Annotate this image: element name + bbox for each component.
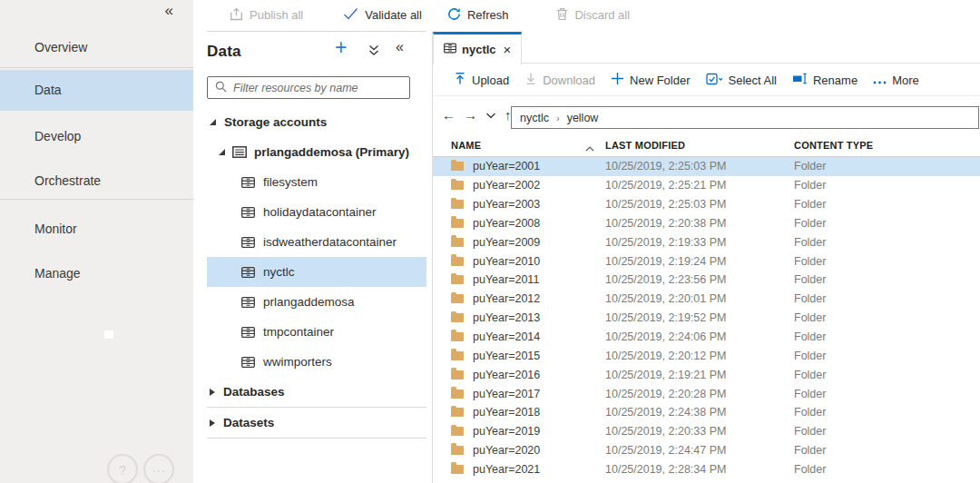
tree-item-filesystem[interactable]: filesystem	[207, 167, 426, 197]
file-name: puYear=2014	[473, 330, 540, 343]
table-row[interactable]: puYear=201410/25/2019, 2:24:06 PMFolder	[433, 328, 980, 347]
double-chevron-down-icon[interactable]	[368, 44, 379, 56]
file-content-type: Folder	[794, 179, 826, 192]
table-row[interactable]: puYear=201010/25/2019, 2:19:24 PMFolder	[433, 251, 980, 271]
breadcrumb-segment[interactable]: yellow	[567, 112, 599, 124]
download-button[interactable]: Download	[524, 72, 595, 88]
tree-item-storage-accounts[interactable]: Storage accounts	[207, 107, 426, 137]
tree-item-prlangaddemosa[interactable]: prlangaddemosa	[207, 287, 426, 317]
table-row[interactable]: puYear=200110/25/2019, 2:25:03 PMFolder	[433, 157, 980, 176]
file-content-type: Folder	[794, 444, 826, 457]
container-icon	[241, 267, 255, 278]
select-all-label: Select All	[729, 74, 777, 87]
sidebar-item-develop[interactable]: Develop	[0, 123, 193, 149]
file-name: puYear=2020	[473, 444, 540, 457]
tab-close-icon[interactable]: ×	[504, 42, 512, 57]
table-row[interactable]: puYear=200810/25/2019, 2:20:38 PMFolder	[433, 214, 980, 233]
container-icon	[241, 327, 255, 338]
collapse-arrow-icon[interactable]	[219, 149, 225, 155]
tree-item-wwimporters[interactable]: wwimporters	[207, 347, 426, 377]
table-row[interactable]: puYear=201610/25/2019, 2:19:21 PMFolder	[433, 365, 980, 384]
storage-account-icon	[232, 146, 247, 158]
file-content-type: Folder	[794, 217, 826, 230]
file-name: puYear=2016	[473, 369, 540, 381]
table-row[interactable]: puYear=201310/25/2019, 2:19:52 PMFolder	[433, 309, 980, 328]
new-folder-button[interactable]: New Folder	[611, 72, 690, 88]
tab-nyctlc[interactable]: nyctlc ×	[433, 32, 522, 64]
file-name: puYear=2001	[473, 160, 540, 172]
tree-item-nyctlc[interactable]: nyctlc	[207, 257, 426, 287]
sidebar-item-manage[interactable]: Manage	[0, 261, 193, 286]
filter-resources-box	[207, 76, 410, 99]
forward-arrow-icon[interactable]: →	[464, 107, 477, 123]
table-row[interactable]: puYear=200210/25/2019, 2:25:21 PMFolder	[433, 176, 980, 195]
discard-all-label: Discard all	[574, 8, 630, 22]
discard-all-button[interactable]: Discard all	[556, 7, 630, 24]
tree-item-tmpcontainer[interactable]: tmpcontainer	[207, 317, 426, 347]
column-header-name[interactable]: NAME	[451, 140, 481, 151]
tree-item-label: prlangaddemosa	[263, 295, 355, 309]
help-icon[interactable]: ?	[107, 454, 138, 483]
file-content-type: Folder	[794, 406, 826, 419]
tree-item-datasets[interactable]: Datasets	[207, 408, 426, 438]
refresh-label: Refresh	[467, 8, 509, 22]
table-row[interactable]: puYear=202110/25/2019, 2:28:34 PMFolder	[433, 460, 980, 479]
tree-item-isdweatherdatacontainer[interactable]: isdweatherdatacontainer	[207, 227, 426, 257]
decorative-dot	[104, 330, 113, 339]
file-list: puYear=200110/25/2019, 2:25:03 PMFolderp…	[433, 157, 980, 483]
add-resource-button[interactable]: +	[335, 38, 347, 56]
select-all-button[interactable]: Select All	[706, 73, 777, 88]
tree-item-holidaydatacontainer[interactable]: holidaydatacontainer	[207, 197, 426, 227]
tree-divider	[207, 438, 426, 439]
expand-arrow-icon[interactable]	[210, 389, 215, 396]
chevron-down-icon[interactable]	[485, 107, 496, 123]
panel-collapse-icon[interactable]: «	[396, 39, 404, 55]
tree-item-label: nyctlc	[263, 265, 295, 279]
breadcrumb-path[interactable]: nyctlc › yellow	[511, 106, 979, 129]
sidebar-item-overview[interactable]: Overview	[0, 34, 193, 60]
folder-icon	[451, 370, 464, 380]
refresh-button[interactable]: Refresh	[447, 7, 509, 24]
table-row[interactable]: puYear=202010/25/2019, 2:24:47 PMFolder	[433, 441, 980, 460]
table-row[interactable]: puYear=200910/25/2019, 2:19:33 PMFolder	[433, 232, 980, 251]
tree-item-databases[interactable]: Databases	[207, 377, 426, 407]
sidebar-collapse-icon[interactable]: «	[165, 2, 173, 20]
more-button[interactable]: More	[873, 74, 919, 87]
validate-all-button[interactable]: Validate all	[343, 7, 422, 23]
table-row[interactable]: puYear=200310/25/2019, 2:25:03 PMFolder	[433, 195, 980, 214]
file-last-modified: 10/25/2019, 2:24:38 PM	[605, 406, 726, 419]
publish-all-button[interactable]: Publish all	[230, 7, 303, 24]
filter-resources-input[interactable]	[233, 82, 409, 94]
collapse-arrow-icon[interactable]	[210, 119, 216, 125]
file-last-modified: 10/25/2019, 2:19:33 PM	[605, 236, 726, 249]
new-folder-label: New Folder	[630, 74, 690, 87]
folder-icon	[451, 446, 464, 455]
file-last-modified: 10/25/2019, 2:20:38 PM	[605, 217, 726, 230]
file-content-type: Folder	[794, 236, 826, 249]
sidebar-item-monitor[interactable]: Monitor	[0, 216, 193, 242]
back-arrow-icon[interactable]: ←	[442, 107, 456, 123]
rename-label: Rename	[813, 74, 858, 87]
upload-button[interactable]: Upload	[454, 72, 509, 88]
rename-button[interactable]: Rename	[792, 73, 858, 87]
folder-icon	[451, 389, 464, 399]
publish-all-label: Publish all	[250, 8, 303, 22]
file-name: puYear=2019	[473, 425, 540, 438]
sidebar-item-data[interactable]: Data	[0, 70, 193, 111]
tree-item-prlangaddemosa-primary[interactable]: prlangaddemosa (Primary)	[207, 137, 426, 167]
column-header-content-type[interactable]: CONTENT TYPE	[794, 140, 873, 151]
table-row[interactable]: puYear=201910/25/2019, 2:20:33 PMFolder	[433, 422, 980, 441]
table-row[interactable]: puYear=201110/25/2019, 2:23:56 PMFolder	[433, 271, 980, 290]
table-header: NAME LAST MODIFIED CONTENT TYPE	[433, 136, 980, 157]
expand-arrow-icon[interactable]	[210, 419, 215, 427]
validate-all-label: Validate all	[365, 8, 422, 22]
sidebar-item-orchestrate[interactable]: Orchestrate	[0, 168, 193, 193]
breadcrumb-segment[interactable]: nyctlc	[520, 112, 549, 124]
table-row[interactable]: puYear=201510/25/2019, 2:20:12 PMFolder	[433, 346, 980, 365]
table-row[interactable]: puYear=201810/25/2019, 2:24:38 PMFolder	[433, 403, 980, 422]
feedback-icon[interactable]: ···	[143, 454, 174, 483]
column-header-last-modified[interactable]: LAST MODIFIED	[605, 140, 685, 151]
tab-label: nyctlc	[462, 43, 496, 56]
table-row[interactable]: puYear=201710/25/2019, 2:20:28 PMFolder	[433, 384, 980, 403]
table-row[interactable]: puYear=201210/25/2019, 2:20:01 PMFolder	[433, 290, 980, 309]
